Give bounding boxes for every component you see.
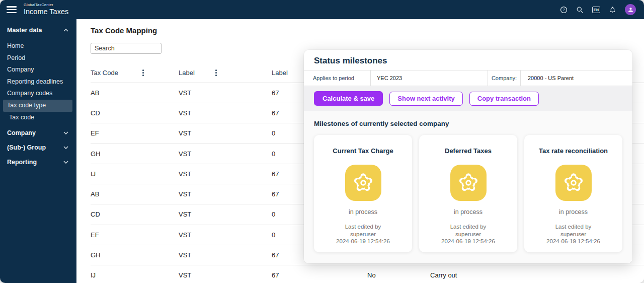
sidebar-item-tax-code-type[interactable]: Tax code type (3, 100, 72, 112)
period-label: Applies to period (304, 70, 371, 86)
company-label: Company: (488, 70, 521, 86)
milestone-status: in process (454, 208, 482, 216)
status-milestones-dialog: Status milestones Applies to period YEC … (304, 50, 632, 263)
cell-label: VST (179, 225, 272, 245)
milestone-card-current-tax-charge: Current Tax Chargein processLast edited … (314, 135, 412, 252)
gear-icon (352, 172, 374, 194)
milestone-title: Deferred Taxes (445, 147, 492, 155)
last-edited-label: Last edited by (336, 223, 390, 231)
chevron-down-icon (63, 161, 68, 164)
sidebar-section-label: Reporting (7, 159, 37, 166)
language-icon[interactable]: EN (592, 7, 600, 13)
dialog-actions: Calculate & saveShow next activityCopy t… (304, 86, 632, 111)
svg-text:?: ? (562, 8, 565, 12)
notifications-icon[interactable] (609, 6, 616, 14)
sidebar: Master data HomePeriodCompanyReporting d… (0, 19, 76, 283)
milestone-status-button[interactable] (345, 165, 381, 201)
cell-tax-code: EF (91, 225, 179, 245)
page-title: Tax Code Mapping (91, 26, 644, 35)
dialog-context-row: Applies to period YEC 2023 Company: 2000… (304, 70, 632, 86)
chevron-down-icon (63, 146, 68, 149)
app-window: GlobalTaxCenter Income Taxes ? EN Master… (0, 0, 644, 283)
milestone-title: Tax rate reconciliation (539, 147, 608, 155)
dialog-body: Milestones of currently selected company… (304, 111, 632, 263)
dialog-title: Status milestones (304, 50, 632, 70)
sidebar-master-items: HomePeriodCompanyReporting deadlinesComp… (0, 40, 76, 123)
column-menu-icon[interactable] (141, 68, 145, 77)
cell-tax-code: AB (91, 83, 179, 103)
cell-label: VST (179, 265, 272, 283)
brand-name: GlobalTaxCenter (24, 3, 68, 7)
calculate-save-button[interactable]: Calculate & save (314, 91, 383, 106)
cell-tax-code: CD (91, 103, 179, 123)
brand: GlobalTaxCenter Income Taxes (24, 3, 68, 16)
sidebar-item-company-codes[interactable]: Company codes (3, 88, 72, 100)
sidebar-section-company[interactable]: Company (0, 125, 76, 140)
sidebar-item-tax-code[interactable]: Tax code (3, 112, 72, 124)
last-edited-at: 2024-06-19 12:54:26 (336, 238, 390, 245)
column-label: Label (179, 69, 195, 77)
milestone-status-button[interactable] (555, 165, 592, 201)
help-icon[interactable]: ? (560, 6, 568, 14)
column-label: Tax Code (91, 69, 118, 77)
search-input[interactable] (91, 43, 162, 54)
milestone-last-edited: Last edited bysuperuser2024-06-19 12:54:… (336, 223, 390, 245)
milestone-last-edited: Last edited bysuperuser2024-06-19 12:54:… (546, 223, 600, 245)
company-value[interactable]: 20000 - US Parent (521, 70, 632, 86)
milestone-card-deferred-taxes: Deferred Taxesin processLast edited bysu… (419, 135, 517, 252)
cell-tax-code: GH (91, 144, 179, 164)
cell-label: VST (179, 103, 272, 123)
last-edited-by: superuser (546, 231, 600, 238)
column-header-tax-code-0[interactable]: Tax Code (91, 63, 179, 83)
cell-tax-code: EF (91, 123, 179, 144)
sidebar-item-home[interactable]: Home (3, 40, 72, 52)
copy-transaction-button[interactable]: Copy transaction (469, 92, 539, 106)
last-edited-by: superuser (441, 231, 495, 238)
milestone-last-edited: Last edited bysuperuser2024-06-19 12:54:… (441, 223, 495, 245)
cell-tax-code: IJ (91, 265, 179, 283)
period-value[interactable]: YEC 2023 (371, 70, 488, 86)
account-icon[interactable] (625, 4, 636, 15)
sidebar-item-period[interactable]: Period (3, 52, 72, 64)
chevron-up-icon (63, 29, 68, 32)
sidebar-section-master-data[interactable]: Master data (0, 25, 76, 35)
milestone-status: in process (559, 208, 588, 216)
sidebar-section-sub-group[interactable]: (Sub-) Group (0, 140, 76, 155)
gear-icon (562, 172, 585, 194)
milestone-card-tax-rate-reconciliation: Tax rate reconciliationin processLast ed… (524, 135, 622, 252)
last-edited-at: 2024-06-19 12:54:26 (546, 238, 600, 245)
cell-label: VST (179, 245, 272, 265)
column-header-label-1[interactable]: Label (179, 63, 272, 83)
menu-icon[interactable] (7, 6, 17, 13)
cell-action[interactable]: Carry out (430, 265, 644, 283)
sidebar-item-company[interactable]: Company (3, 64, 72, 76)
milestones-section-title: Milestones of currently selected company (314, 120, 622, 127)
sidebar-section-label: (Sub-) Group (7, 144, 46, 151)
last-edited-by: superuser (336, 231, 390, 238)
cell-label: VST (179, 144, 272, 164)
cell-label: VST (179, 123, 272, 144)
cell-tax-code: AB (91, 184, 179, 204)
cell-label: VST (179, 83, 272, 103)
sidebar-section-label: Company (7, 129, 36, 136)
cell-label: VST (179, 184, 272, 204)
search-icon[interactable] (576, 6, 584, 14)
column-menu-icon[interactable] (214, 68, 218, 77)
last-edited-label: Last edited by (546, 223, 600, 231)
cell-value: 67 (272, 265, 367, 283)
cell-flag: No (367, 265, 430, 283)
cell-label: VST (179, 204, 272, 225)
table-row[interactable]: IJVST67NoCarry out (91, 265, 644, 283)
last-edited-label: Last edited by (441, 223, 495, 231)
chevron-down-icon (63, 131, 68, 134)
sidebar-section-reporting[interactable]: Reporting (0, 155, 76, 169)
cell-label: VST (179, 164, 272, 184)
column-label: Label (272, 69, 288, 77)
milestone-status-button[interactable] (450, 165, 487, 201)
sidebar-item-reporting-deadlines[interactable]: Reporting deadlines (3, 76, 72, 88)
gear-icon (457, 172, 479, 194)
show-next-activity-button[interactable]: Show next activity (389, 92, 462, 106)
milestone-status: in process (349, 208, 377, 216)
app-title: Income Taxes (24, 8, 68, 16)
sidebar-section-label: Master data (7, 27, 42, 34)
